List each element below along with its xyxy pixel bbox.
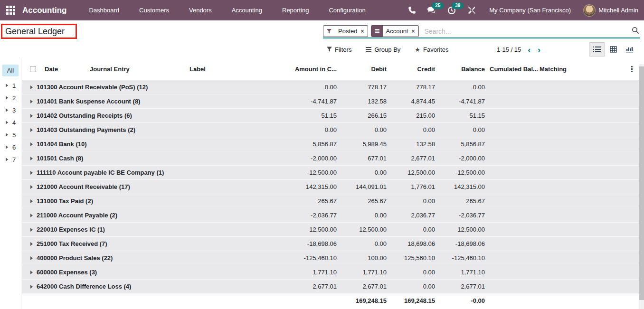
table-row[interactable]: 121000 Account Receivable (17)142,315.00…: [22, 180, 639, 194]
table-row[interactable]: 220010 Expenses IC (1)12,500.0012,500.00…: [22, 223, 639, 237]
pager-next-icon[interactable]: ›: [538, 45, 540, 54]
company-switcher[interactable]: My Company (San Francisco): [483, 7, 581, 14]
menu-item-accounting[interactable]: Accounting: [222, 0, 272, 20]
balance-cell: 51.15: [438, 112, 488, 119]
user-avatar: [583, 4, 596, 17]
debit-cell: 265.67: [340, 197, 389, 205]
pivot-view-button[interactable]: [605, 42, 621, 56]
amount-in-currency-cell: -125,460.10: [252, 254, 340, 262]
main-menu: DashboardCustomersVendorsAccountingRepor…: [79, 0, 376, 20]
pager: 1-15 / 15 ‹ ›: [497, 41, 540, 58]
facet-remove-icon[interactable]: ×: [360, 26, 367, 37]
sidebar-item-label: 3: [12, 107, 16, 114]
search-icon[interactable]: [632, 27, 639, 36]
sidebar-item-4[interactable]: 4: [0, 116, 21, 129]
table-row[interactable]: 101300 Account Receivable (PoS) (12)0.00…: [22, 80, 639, 94]
expand-caret-icon: [30, 100, 33, 103]
menu-item-customers[interactable]: Customers: [129, 0, 179, 20]
account-group-label: 642000 Cash Difference Loss (4): [37, 283, 131, 290]
amount-in-currency-cell: 265.67: [252, 197, 340, 205]
group-sidebar: All 1234567: [0, 58, 21, 309]
table-row[interactable]: 600000 Expenses (3)1,771.101,771.100.001…: [22, 265, 639, 280]
phone-icon[interactable]: [403, 0, 421, 20]
sidebar-item-6[interactable]: 6: [0, 141, 21, 153]
expand-caret-icon: [6, 96, 8, 100]
list-view-button[interactable]: [589, 42, 605, 56]
search-facet-account[interactable]: Account×: [371, 25, 419, 37]
column-header-label[interactable]: Label: [188, 66, 252, 73]
amount-in-currency-cell: -2,036.77: [252, 212, 340, 219]
group-row-name: 101403 Outstanding Payments (2): [22, 126, 252, 133]
menu-item-dashboard[interactable]: Dashboard: [79, 0, 130, 20]
select-all-checkbox[interactable]: [30, 66, 36, 72]
menu-item-vendors[interactable]: Vendors: [179, 0, 222, 20]
graph-view-button[interactable]: [621, 42, 637, 56]
expand-caret-icon: [30, 128, 33, 132]
account-group-label: 400000 Product Sales (22): [37, 254, 113, 262]
table-row[interactable]: 101401 Bank Suspense Account (8)-4,741.8…: [22, 94, 639, 109]
sidebar-item-1[interactable]: 1: [0, 79, 21, 92]
favorites-button[interactable]: ★ Favorites: [415, 46, 448, 53]
sidebar-item-all[interactable]: All: [2, 65, 19, 76]
sidebar-item-label: 2: [12, 94, 16, 102]
column-header-debit[interactable]: Debit: [340, 66, 389, 73]
search-input[interactable]: [422, 28, 632, 35]
debit-cell: 0.00: [340, 126, 389, 133]
column-header-date[interactable]: Date: [43, 66, 88, 73]
menu-item-reporting[interactable]: Reporting: [272, 0, 319, 20]
table-row[interactable]: 642000 Cash Difference Loss (4)2,677.012…: [22, 280, 639, 294]
account-group-label: 600000 Expenses (3): [37, 269, 97, 276]
balance-cell: 2,677.01: [438, 283, 488, 290]
facet-label: Account: [383, 26, 412, 37]
group-row-name: 101501 Cash (8): [22, 155, 252, 162]
menu-item-configuration[interactable]: Configuration: [319, 0, 375, 20]
top-navbar: Accounting DashboardCustomersVendorsAcco…: [0, 0, 644, 20]
scrollbar-thumb[interactable]: [639, 66, 644, 300]
column-header-matching[interactable]: Matching: [538, 66, 595, 73]
balance-cell: 0.00: [438, 84, 488, 91]
debit-cell: 5,989.45: [340, 140, 389, 148]
table-row[interactable]: 211000 Account Payable (2)-2,036.770.002…: [22, 208, 639, 223]
user-menu[interactable]: Mitchell Admin: [583, 4, 641, 17]
table-row[interactable]: 251000 Tax Received (7)-18,698.060.0018,…: [22, 237, 639, 251]
column-header-journal-entry[interactable]: Journal Entry: [88, 66, 188, 73]
table-row[interactable]: 101404 Bank (10)5,856.875,989.45132.585,…: [22, 137, 639, 151]
sidebar-item-2[interactable]: 2: [0, 92, 21, 104]
amount-in-currency-cell: 51.15: [252, 112, 340, 119]
activities-clock-icon[interactable]: 39: [443, 0, 461, 20]
table-row[interactable]: 101402 Outstanding Receipts (6)51.15266.…: [22, 109, 639, 123]
vertical-scrollbar[interactable]: [639, 64, 644, 309]
facet-remove-icon[interactable]: ×: [411, 26, 418, 37]
pager-value: 1-15 / 15: [497, 46, 521, 53]
table-row[interactable]: 101501 Cash (8)-2,000.00677.012,677.01-2…: [22, 151, 639, 166]
table-row[interactable]: 131000 Tax Paid (2)265.67265.670.00265.6…: [22, 194, 639, 208]
table-row[interactable]: 111110 Account payable IC BE Company (1)…: [22, 166, 639, 180]
table-row[interactable]: 101403 Outstanding Payments (2)0.000.000…: [22, 123, 639, 137]
sidebar-item-5[interactable]: 5: [0, 129, 21, 141]
search-facet-posted[interactable]: Posted×: [323, 25, 368, 37]
app-name[interactable]: Accounting: [22, 6, 67, 15]
column-header-cumulated-bal[interactable]: Cumulated Bal...: [488, 66, 538, 73]
optional-columns-icon[interactable]: [631, 66, 633, 72]
sidebar-item-7[interactable]: 7: [0, 153, 21, 166]
group-row-name: 111110 Account payable IC BE Company (1): [22, 169, 252, 176]
column-header-credit[interactable]: Credit: [389, 66, 438, 73]
balance-cell: 0.00: [438, 126, 488, 133]
expand-caret-icon: [30, 214, 33, 217]
tools-icon[interactable]: [463, 0, 481, 20]
column-header-balance[interactable]: Balance: [438, 66, 488, 73]
filters-button[interactable]: Filters: [327, 46, 351, 53]
sidebar-item-3[interactable]: 3: [0, 104, 21, 116]
pager-previous-icon[interactable]: ‹: [528, 45, 530, 54]
balance-cell: -2,000.00: [438, 155, 488, 162]
debit-cell: 266.15: [340, 112, 389, 119]
group-by-button[interactable]: Group By: [366, 46, 400, 53]
table-row[interactable]: 400000 Product Sales (22)-125,460.10100.…: [22, 251, 639, 265]
expand-caret-icon: [6, 84, 8, 87]
column-header-amount-in-c[interactable]: Amount in C...: [252, 66, 340, 73]
messages-icon[interactable]: 25: [423, 0, 441, 20]
debit-cell: 12,500.00: [340, 226, 389, 233]
apps-menu-icon[interactable]: [6, 6, 16, 15]
filter-funnel-icon: [327, 47, 332, 52]
balance-cell: 265.67: [438, 197, 488, 205]
